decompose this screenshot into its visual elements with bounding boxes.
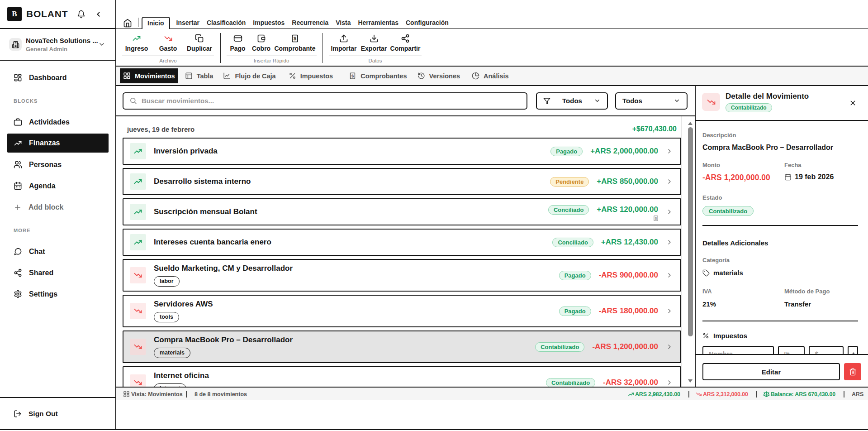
svg-text:$: $ [294,36,296,41]
svg-text:$: $ [655,216,657,220]
svg-text:$: $ [351,74,354,78]
